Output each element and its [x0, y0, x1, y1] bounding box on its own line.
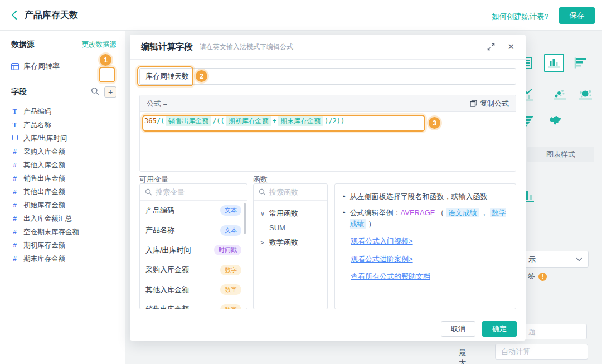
formula-token: 365: [144, 117, 157, 125]
help-link-item[interactable]: 查看所有公式的帮助文档: [351, 271, 508, 282]
back-icon[interactable]: [9, 9, 20, 21]
sidebar-field-item[interactable]: #初始库存金额: [11, 198, 116, 212]
copy-formula-label: 复制公式: [480, 99, 509, 109]
variable-name: 采购入库金额: [145, 265, 189, 275]
function-search-placeholder: 搜索函数: [269, 187, 298, 197]
function-group[interactable]: >数学函数: [260, 235, 321, 250]
formula-field-chip[interactable]: 期末库存金额: [278, 116, 323, 126]
table-icon: [11, 63, 19, 70]
sidebar-field-item[interactable]: #出入库金额汇总: [11, 212, 116, 225]
variable-item[interactable]: 其他入库金额数字: [140, 280, 247, 300]
copy-formula-button[interactable]: 复制公式: [470, 99, 509, 109]
variable-search-input[interactable]: 搜索变量: [140, 184, 247, 201]
variable-type-tag: 文本: [220, 205, 241, 216]
change-datasource-link[interactable]: 更改数据源: [82, 40, 117, 50]
modal-subtitle: 请在英文输入法模式下编辑公式: [200, 42, 475, 52]
help-bullet-1-text: 从左侧面板选择字段名和函数，或输入函数: [350, 191, 488, 202]
close-icon[interactable]: ✕: [507, 42, 514, 52]
horizontal-bar-chart-icon[interactable]: [574, 57, 589, 71]
expand-icon[interactable]: [487, 43, 495, 51]
field-type-number-icon: #: [11, 215, 18, 222]
variable-item[interactable]: 产品名称文本: [140, 221, 247, 241]
search-icon[interactable]: [91, 87, 99, 98]
field-type-number-icon: #: [11, 175, 18, 182]
edit-calculated-field-modal: 编辑计算字段 请在英文输入法模式下编辑公式 ✕ 库存周转天数 2 公式 = 复制…: [130, 35, 526, 341]
scatter-chart-icon[interactable]: [552, 88, 567, 104]
sidebar-field-item[interactable]: #空仓期末库存金额: [11, 225, 116, 239]
function-tree: ∨常用函数SUM>数学函数: [254, 201, 327, 255]
confirm-button[interactable]: 确定: [482, 321, 517, 337]
formula-token: +: [273, 117, 276, 125]
tab-chart-style[interactable]: 图表样式: [527, 147, 594, 162]
bubble-chart-icon[interactable]: [577, 88, 593, 104]
scrollbar[interactable]: [244, 203, 246, 234]
add-field-button[interactable]: +: [104, 86, 116, 98]
help-links: 观看公式入门视频>观看公式进阶案例>查看所有公式的帮助文档: [343, 236, 508, 282]
sidebar-field-label: 产品名称: [23, 120, 51, 130]
variable-type-tag: 数字: [220, 265, 241, 275]
help-bullet-2-text: 公式编辑举例：AVERAGE （ 语文成绩 ， 数学成绩 ）: [350, 207, 508, 230]
sidebar-field-list: T产品编码T产品名称入库/出库时间#采购入库金额#其他入库金额#销售出库金额#其…: [11, 105, 116, 265]
formula-expression[interactable]: 365/(销售出库金额/((期初库存金额+期末库存金额)/2)): [140, 112, 516, 130]
sidebar: 数据源 更改数据源 库存周转率 字段 + T产品编码T产品名称入库/出库时间#采…: [0, 31, 125, 364]
sidebar-field-item[interactable]: #采购入库金额: [11, 145, 116, 158]
modal-footer: 取消 确定: [130, 317, 526, 341]
formula-field-chip[interactable]: 期初库存金额: [226, 116, 271, 126]
help-create-table-link[interactable]: 如何创建统计表?: [492, 12, 548, 22]
function-group[interactable]: ∨常用函数: [260, 206, 321, 221]
variable-item[interactable]: 入库/出库时间时间戳: [140, 240, 247, 260]
sidebar-field-label: 产品编码: [23, 107, 51, 117]
chevron-expanded-icon: ∨: [260, 210, 265, 217]
field-type-number-icon: #: [11, 202, 18, 208]
bullet-icon: •: [343, 191, 346, 202]
cancel-button[interactable]: 取消: [441, 321, 475, 337]
formula-token: )/2)): [324, 117, 344, 125]
modal-title: 编辑计算字段: [141, 41, 193, 53]
formula-bar: 公式 = 复制公式: [140, 95, 516, 112]
variable-name: 入库/出库时间: [145, 245, 191, 255]
sidebar-field-label: 期初库存金额: [23, 241, 65, 250]
variable-name: 产品名称: [145, 225, 174, 235]
sidebar-field-item[interactable]: #其他入库金额: [11, 158, 116, 172]
page-title[interactable]: 产品库存天数: [25, 9, 78, 23]
bar-chart-icon-selected[interactable]: [544, 54, 564, 72]
title-placeholder-fragment: 题: [528, 327, 536, 337]
function-search-input[interactable]: 搜索函数: [254, 184, 327, 201]
sidebar-field-item[interactable]: T产品名称: [11, 118, 116, 132]
help-link-item[interactable]: 观看公式进阶案例>: [351, 254, 508, 265]
chevron-collapsed-icon: >: [260, 239, 265, 246]
sidebar-field-item[interactable]: #期初库存金额: [11, 239, 116, 252]
variable-item[interactable]: 销售出库金额数字: [140, 300, 247, 310]
variable-type-tag: 时间戳: [214, 245, 241, 255]
save-button[interactable]: 保存: [559, 7, 595, 24]
sidebar-field-item[interactable]: T产品编码: [11, 105, 116, 118]
sidebar-field-item[interactable]: #期末库存金额: [11, 252, 116, 265]
help-link-item[interactable]: 观看公式入门视频>: [351, 236, 508, 247]
max-value-input[interactable]: 自动计算: [495, 344, 588, 360]
sidebar-field-item[interactable]: #其他出库金额: [11, 185, 116, 198]
formula-token: /(: [157, 117, 164, 125]
field-type-number-icon: #: [11, 242, 18, 249]
china-map-icon[interactable]: [547, 115, 562, 129]
sidebar-field-item[interactable]: #销售出库金额: [11, 172, 116, 185]
sidebar-field-label: 采购入库金额: [23, 147, 65, 157]
variable-item[interactable]: 产品编码文本: [140, 201, 247, 221]
variable-name: 产品编码: [145, 206, 174, 216]
page: 产品库存天数 如何创建统计表? 保存 数据源 更改数据源 库存周转率 字段 + …: [0, 0, 602, 364]
function-item[interactable]: SUM: [260, 221, 321, 235]
sidebar-field-label: 期末库存金额: [23, 254, 65, 264]
function-group-label: 常用函数: [269, 208, 298, 219]
label-fragment-text: 签: [528, 271, 535, 282]
fields-heading: 字段: [11, 87, 91, 97]
formula-editor: 公式 = 复制公式 365/(销售出库金额/((期初库存金额+期末库存金额)/2…: [139, 95, 516, 172]
variable-list: 产品编码文本产品名称文本入库/出库时间时间戳采购入库金额数字其他入库金额数字销售…: [140, 201, 247, 309]
variable-item[interactable]: 采购入库金额数字: [140, 260, 247, 280]
sidebar-field-item[interactable]: 入库/出库时间: [11, 132, 116, 145]
field-type-calendar-icon: [11, 134, 18, 142]
field-type-number-icon: #: [11, 188, 18, 195]
label-toggle-fragment: 签 !: [528, 271, 547, 282]
function-group-label: 数学函数: [269, 237, 298, 247]
variable-name: 销售出库金额: [145, 304, 189, 309]
sidebar-field-label: 入库/出库时间: [23, 134, 67, 143]
formula-field-chip[interactable]: 销售出库金额: [166, 116, 211, 126]
